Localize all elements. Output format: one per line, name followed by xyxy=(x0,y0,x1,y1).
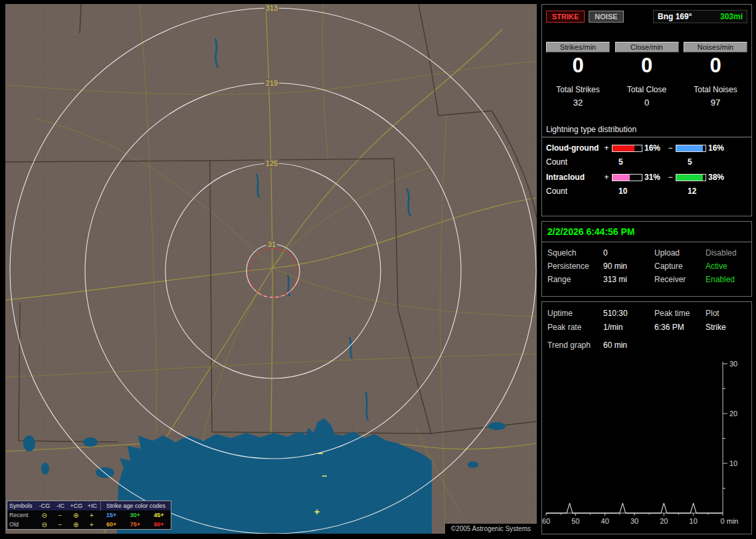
ic-plus-count: 10 xyxy=(609,187,678,196)
total-strikes: Total Strikes 32 xyxy=(546,85,610,108)
peak-rate-label: Peak rate xyxy=(547,323,603,332)
svg-text:10: 10 xyxy=(729,459,737,467)
strike-mode-button[interactable]: STRIKE xyxy=(546,11,585,23)
total-noises-label: Total Noises xyxy=(684,85,747,94)
svg-text:20: 20 xyxy=(660,517,668,525)
ic-minus-pct: 38% xyxy=(708,173,731,182)
bearing-value: Bng 169° xyxy=(658,12,692,21)
intracloud-label: Intracloud xyxy=(546,173,603,182)
neg-ic-symbol-icon: − xyxy=(52,512,68,519)
neg-cg-symbol-icon: ⊖ xyxy=(37,521,52,528)
bearing-range-value: 303mi xyxy=(720,12,743,21)
noise-mode-button[interactable]: NOISE xyxy=(589,11,623,23)
legend-old-row: Old ⊖ − ⊕ + 60+ 75+ 90+ xyxy=(7,520,171,529)
legend-col-neg-ic: -IC xyxy=(52,502,68,509)
age-60: 60+ xyxy=(100,521,124,528)
neg-ic-symbol-icon: − xyxy=(52,521,68,528)
capture-label: Capture xyxy=(654,262,706,271)
total-noises: Total Noises 97 xyxy=(684,85,747,108)
legend-age-header: Strike age color codes xyxy=(100,501,171,510)
cg-minus-pct: 16% xyxy=(708,143,731,153)
total-strikes-label: Total Strikes xyxy=(546,85,610,94)
ring-label-313: 313 xyxy=(264,4,279,12)
ic-minus-count: 12 xyxy=(678,187,747,196)
plot-label: Plot xyxy=(706,309,746,318)
neg-cg-symbol-icon: ⊖ xyxy=(37,512,52,519)
intracloud-row: Intracloud + 31% − 38% xyxy=(542,167,751,182)
age-90: 90+ xyxy=(147,521,171,528)
cloud-ground-row: Cloud-ground + 16% − 16% xyxy=(542,137,751,153)
svg-text:40: 40 xyxy=(601,517,609,525)
peak-time-value: 6:36 PM xyxy=(654,323,706,332)
strikes-per-min-value: 0 xyxy=(546,54,610,77)
datetime-display: 2/2/2026 6:44:56 PM xyxy=(542,222,751,242)
plus-sign: + xyxy=(603,143,610,153)
legend-col-pos-ic: +IC xyxy=(84,502,100,509)
cg-plus-count: 5 xyxy=(609,157,678,167)
svg-text:60: 60 xyxy=(542,517,550,525)
session-panel: Uptime 510:30 Peak time Plot Peak rate 1… xyxy=(541,301,752,534)
noises-per-min-value: 0 xyxy=(684,54,747,77)
strike-positive-icon: + xyxy=(314,506,320,517)
legend-recent-label: Recent xyxy=(7,512,37,518)
uptime-label: Uptime xyxy=(547,309,603,318)
ic-minus-bar xyxy=(676,174,706,181)
peak-rate-value: 1/min xyxy=(603,323,654,332)
intracloud-count-row: Count 10 12 xyxy=(542,182,751,196)
cg-plus-bar xyxy=(612,145,642,152)
age-15: 15+ xyxy=(100,512,124,518)
map-display[interactable]: 313 219 125 31 Symbols -CG -IC +CG +IC S… xyxy=(5,4,537,534)
total-noises-value: 97 xyxy=(684,98,747,108)
pos-cg-symbol-icon: ⊕ xyxy=(68,512,84,519)
noises-per-min-label: Noises/min xyxy=(684,42,747,52)
count-label: Count xyxy=(546,187,609,196)
range-label: Range xyxy=(547,275,603,284)
legend-col-neg-cg: -CG xyxy=(37,502,52,509)
close-per-min-label: Close/min xyxy=(615,42,679,52)
copyright-text: ©2005 Astrogenic Systems xyxy=(445,524,537,534)
plus-sign: + xyxy=(603,173,610,182)
svg-text:30: 30 xyxy=(729,360,737,368)
receiver-label: Receiver xyxy=(654,275,706,284)
cg-minus-bar-fill xyxy=(676,145,703,151)
plot-value: Strike xyxy=(706,323,746,332)
ic-plus-bar-fill xyxy=(613,175,630,181)
age-30: 30+ xyxy=(124,512,147,518)
svg-text:0 min: 0 min xyxy=(721,517,739,525)
total-close-label: Total Close xyxy=(615,85,679,94)
total-close: Total Close 0 xyxy=(615,85,679,108)
rate-labels-row: Strikes/min Close/min Noises/min xyxy=(542,23,751,52)
trend-graph-window: 60 min xyxy=(603,341,627,350)
legend-symbols-header: Symbols xyxy=(7,502,37,509)
map-legend: Symbols -CG -IC +CG +IC Strike age color… xyxy=(7,501,171,530)
ic-plus-pct: 31% xyxy=(644,173,667,182)
status-panel: 2/2/2026 6:44:56 PM Squelch 0 Upload Dis… xyxy=(541,221,752,297)
uptime-value: 510:30 xyxy=(603,309,654,318)
svg-text:30: 30 xyxy=(630,517,638,525)
squelch-label: Squelch xyxy=(547,248,603,258)
bearing-readout: Bng 169° 303mi xyxy=(653,10,747,23)
trend-graph: 3020106050403020100 min xyxy=(542,355,751,532)
cg-plus-bar-fill xyxy=(613,145,634,151)
age-45: 45+ xyxy=(147,512,171,518)
app-window: 313 219 125 31 Symbols -CG -IC +CG +IC S… xyxy=(0,0,756,539)
status-grid: Squelch 0 Upload Disabled Persistence 90… xyxy=(542,242,751,290)
strike-negative-icon: − xyxy=(322,471,327,481)
ic-plus-bar xyxy=(612,174,642,181)
strike-stats-panel: STRIKE NOISE Bng 169° 303mi Strikes/min … xyxy=(541,4,752,216)
strikes-per-min-label: Strikes/min xyxy=(546,42,610,52)
range-value: 313 mi xyxy=(603,275,654,284)
session-grid: Uptime 510:30 Peak time Plot Peak rate 1… xyxy=(542,302,751,332)
cloud-ground-count-row: Count 5 5 xyxy=(542,153,751,167)
persistence-label: Persistence xyxy=(547,262,603,271)
minus-sign: − xyxy=(667,143,674,153)
age-75: 75+ xyxy=(124,521,147,528)
ring-label-219: 219 xyxy=(264,79,279,87)
ring-label-125: 125 xyxy=(264,159,279,167)
trend-row: Trend graph 60 min xyxy=(542,332,751,350)
close-per-min-value: 0 xyxy=(615,54,679,77)
distribution-title: Lightning type distribution xyxy=(542,125,751,137)
legend-recent-row: Recent ⊖ − ⊕ + 15+ 30+ 45+ xyxy=(7,510,171,520)
trend-graph-label: Trend graph xyxy=(547,341,603,350)
upload-status: Disabled xyxy=(706,248,746,258)
